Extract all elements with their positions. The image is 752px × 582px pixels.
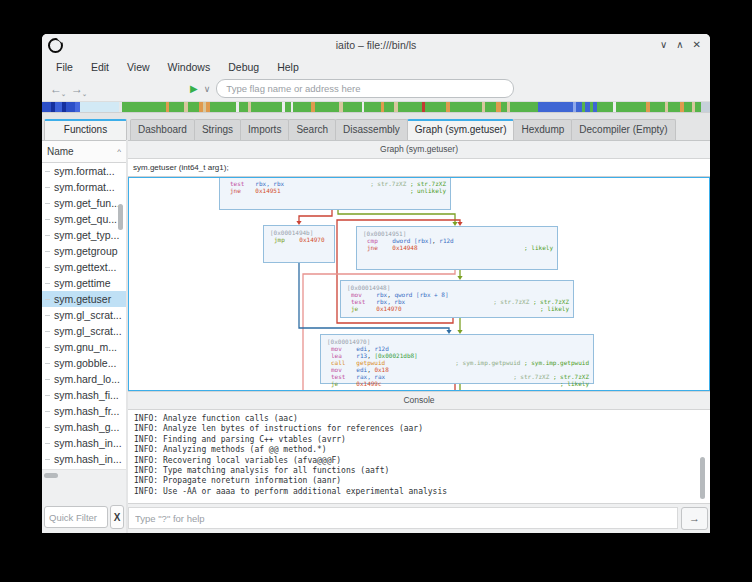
basic-block[interactable]: [0x00014951]cmp dword [rbx], r12djne 0x1… xyxy=(356,226,558,270)
instruction-comment: ; unlikely xyxy=(404,187,446,194)
clear-filter-button[interactable]: X xyxy=(110,505,124,529)
seek-input[interactable] xyxy=(216,79,514,98)
functions-tab-bar: Functions xyxy=(42,113,126,141)
back-dropdown-icon: ⌄ xyxy=(61,91,66,97)
block-address-label: [0x00014970] xyxy=(325,338,589,345)
menu-item-debug[interactable]: Debug xyxy=(220,59,267,75)
tab-strings[interactable]: Strings xyxy=(194,119,241,140)
function-list-scrollbar[interactable] xyxy=(118,204,123,230)
menu-item-edit[interactable]: Edit xyxy=(83,59,117,75)
function-row[interactable]: sym.getuser xyxy=(42,291,126,307)
menu-item-view[interactable]: View xyxy=(119,59,158,75)
view-tab-bar: DashboardStringsImportsSearchDisassembly… xyxy=(128,113,710,141)
function-row[interactable]: sym.gettext... xyxy=(42,259,126,275)
function-row[interactable]: sym.gnu_m... xyxy=(42,339,126,355)
instruction-line: mov edi, 0x18 xyxy=(325,366,589,373)
console-line: INFO: Analyzing methods (af @@ method.*) xyxy=(134,445,704,455)
memory-segment xyxy=(364,102,380,112)
memory-segment xyxy=(55,102,62,112)
tab-graph-sym-getuser[interactable]: Graph (sym.getuser) xyxy=(407,119,515,140)
continue-button[interactable]: ▶ xyxy=(190,83,198,94)
back-button[interactable]: ←⌄ xyxy=(50,82,67,96)
functions-column-header[interactable]: Name ^ xyxy=(42,141,126,163)
console-line: INFO: Finding and parsing C++ vtables (a… xyxy=(134,435,704,445)
console-line: INFO: Type matching analysis for all fun… xyxy=(134,466,704,476)
basic-block[interactable]: [0x00014970]mov edi, r12dlea r13, [0x000… xyxy=(320,334,594,384)
toolbar: ←⌄ →⌄ ▶ ∨ xyxy=(42,77,710,100)
menu-item-help[interactable]: Help xyxy=(269,59,307,75)
minimize-icon[interactable]: ∨ xyxy=(660,40,667,50)
hscroll-thumb[interactable] xyxy=(44,473,58,478)
function-row[interactable]: sym.hash_fi... xyxy=(42,387,126,403)
memory-segment xyxy=(684,102,692,112)
quick-filter-row: X xyxy=(42,502,126,533)
function-row[interactable]: sym.gobble... xyxy=(42,355,126,371)
memory-segment xyxy=(293,102,311,112)
memory-segment xyxy=(343,102,362,112)
instruction-line: lea r13, [0x00021db8] xyxy=(325,352,589,359)
debug-dropdown-icon[interactable]: ∨ xyxy=(204,84,211,94)
desktop-background: iaito – file:///bin/ls ∨ ∧ ✕ FileEditVie… xyxy=(0,0,752,582)
function-row[interactable]: sym.gl_scrat... xyxy=(42,323,126,339)
tab-imports[interactable]: Imports xyxy=(240,119,289,140)
function-row[interactable]: sym.hash_g... xyxy=(42,419,126,435)
instruction-comment: ; likely xyxy=(518,244,553,251)
console-command-input[interactable] xyxy=(128,507,678,529)
function-row[interactable]: sym.hash_in... xyxy=(42,435,126,451)
console-line: INFO: Analyze function calls (aac) xyxy=(134,414,704,424)
graph-view[interactable]: test rbx, rbx; str.7zXZ ; str.7zXZjne 0x… xyxy=(128,177,710,391)
memory-segment xyxy=(597,102,613,112)
function-row[interactable]: sym.get_fun... xyxy=(42,195,126,211)
function-list-hscrollbar[interactable] xyxy=(42,470,126,482)
quick-filter-input[interactable] xyxy=(44,506,108,528)
close-icon[interactable]: ✕ xyxy=(693,40,701,50)
tab-disassembly[interactable]: Disassembly xyxy=(335,119,408,140)
memory-segment xyxy=(169,102,184,112)
forward-button[interactable]: →⌄ xyxy=(71,82,88,96)
function-row[interactable]: sym.gl_scrat... xyxy=(42,307,126,323)
tab-search[interactable]: Search xyxy=(288,119,336,140)
function-row[interactable]: sym.format... xyxy=(42,179,126,195)
main-area: Functions Name ^ sym.format...sym.format… xyxy=(42,113,710,533)
function-row[interactable]: sym.getgroup xyxy=(42,243,126,259)
instruction-line: je 0x1499c; likely xyxy=(325,380,589,387)
instruction-line: mov rbx, qword [rbx + 8] xyxy=(345,291,569,298)
function-row[interactable]: sym.format... xyxy=(42,163,126,179)
function-row[interactable]: sym.hard_lo... xyxy=(42,371,126,387)
memory-segment xyxy=(122,102,166,112)
title-bar[interactable]: iaito – file:///bin/ls ∨ ∧ ✕ xyxy=(42,34,710,56)
menu-item-windows[interactable]: Windows xyxy=(160,59,219,75)
tab-functions[interactable]: Functions xyxy=(44,119,127,140)
basic-block[interactable]: [0x00014948]mov rbx, qword [rbx + 8]test… xyxy=(340,280,574,318)
instruction-line: test rax, rax; str.7zXZ ; str.7zXZ xyxy=(325,373,589,380)
tab-dashboard[interactable]: Dashboard xyxy=(130,119,195,140)
function-row[interactable]: sym.hash_fr... xyxy=(42,403,126,419)
block-address-label: [0x0001494b] xyxy=(268,229,330,236)
run-command-button[interactable]: → xyxy=(681,507,708,530)
function-row[interactable]: sym.get_qu... xyxy=(42,211,126,227)
column-name-label: Name xyxy=(47,146,74,157)
content-panel: DashboardStringsImportsSearchDisassembly… xyxy=(128,113,710,533)
menu-bar: FileEditViewWindowsDebugHelp xyxy=(42,56,710,77)
memory-map-strip[interactable] xyxy=(42,101,710,113)
tab-decompiler-empty[interactable]: Decompiler (Empty) xyxy=(571,119,675,140)
instruction-comment: ; str.7zXZ ; str.7zXZ xyxy=(487,298,569,305)
tab-hexdump[interactable]: Hexdump xyxy=(513,119,572,140)
console-line: INFO: Analyze len bytes of instructions … xyxy=(134,424,704,434)
function-row[interactable]: sym.get_typ... xyxy=(42,227,126,243)
function-row[interactable]: sym.gettime xyxy=(42,275,126,291)
console-line: INFO: Use -AA or aaaa to perform additio… xyxy=(134,487,704,497)
functions-panel: Functions Name ^ sym.format...sym.format… xyxy=(42,113,126,533)
maximize-icon[interactable]: ∧ xyxy=(676,40,683,50)
function-row[interactable]: sym.hash_in... xyxy=(42,451,126,467)
basic-block[interactable]: [0x0001494b]jmp 0x14970 xyxy=(263,225,335,263)
graph-edge xyxy=(299,210,332,221)
instruction-comment: ; likely xyxy=(534,305,569,312)
console-output: INFO: Analyze function calls (aac)INFO: … xyxy=(128,410,710,504)
console-scrollbar[interactable] xyxy=(700,457,705,499)
menu-item-file[interactable]: File xyxy=(48,59,81,75)
console-dock-title: Console xyxy=(128,391,710,410)
instruction-comment: ; likely xyxy=(554,380,589,387)
memory-segment xyxy=(668,102,680,112)
basic-block[interactable]: test rbx, rbx; str.7zXZ ; str.7zXZjne 0x… xyxy=(219,177,451,210)
